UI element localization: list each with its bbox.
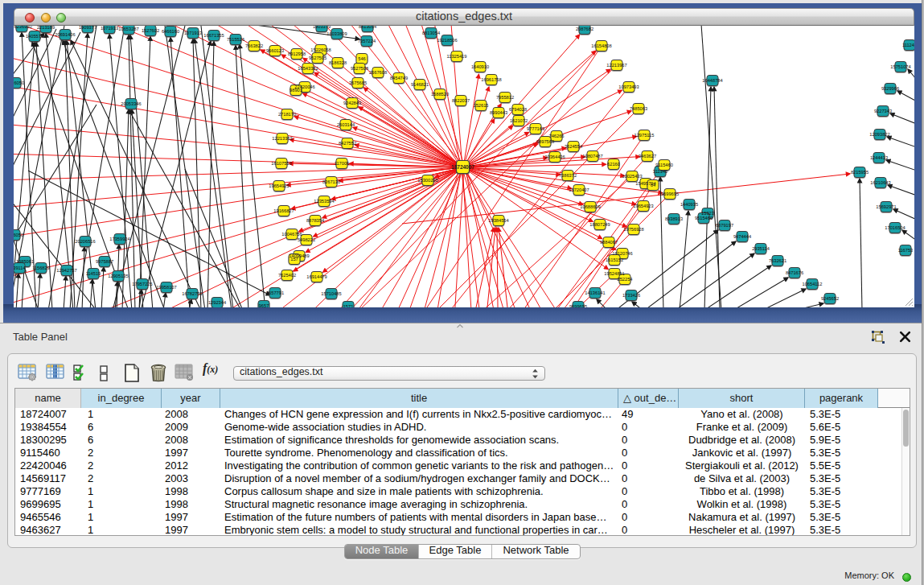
- svg-text:10046756: 10046756: [281, 232, 302, 237]
- svg-text:62160: 62160: [607, 162, 620, 167]
- svg-text:10654112: 10654112: [803, 282, 823, 286]
- svg-text:10688609: 10688609: [580, 204, 600, 209]
- svg-text:7663822: 7663822: [245, 43, 263, 48]
- svg-text:3675685: 3675685: [349, 80, 367, 85]
- svg-text:1156829: 1156829: [32, 266, 50, 270]
- svg-text:16120746: 16120746: [612, 251, 632, 256]
- svg-text:9699695: 9699695: [661, 192, 679, 196]
- svg-text:2667608: 2667608: [369, 70, 387, 75]
- svg-text:8813054: 8813054: [422, 31, 440, 35]
- svg-text:9242843: 9242843: [343, 101, 361, 105]
- svg-text:20364436: 20364436: [544, 154, 565, 159]
- svg-text:9660123: 9660123: [266, 48, 284, 53]
- svg-text:8938913: 8938913: [665, 216, 683, 221]
- svg-text:6794028: 6794028: [509, 107, 527, 112]
- svg-text:20206516: 20206516: [75, 239, 95, 244]
- svg-text:16210643: 16210643: [870, 180, 890, 185]
- svg-text:8990443: 8990443: [490, 110, 507, 115]
- svg-text:12942757: 12942757: [56, 268, 76, 273]
- svg-text:7625402: 7625402: [278, 273, 296, 278]
- svg-text:117006: 117006: [335, 161, 350, 166]
- svg-text:116753: 116753: [898, 248, 914, 253]
- svg-text:2213189: 2213189: [37, 26, 55, 30]
- svg-text:7632621: 7632621: [769, 258, 786, 263]
- svg-text:11325419: 11325419: [447, 54, 467, 59]
- svg-text:1640910: 1640910: [471, 64, 489, 69]
- svg-text:9884067: 9884067: [600, 240, 618, 245]
- svg-text:8186328: 8186328: [329, 60, 347, 65]
- svg-text:12093822: 12093822: [869, 132, 889, 137]
- svg-text:20691406: 20691406: [55, 32, 75, 37]
- svg-text:20053346: 20053346: [121, 101, 141, 106]
- svg-text:16033809: 16033809: [326, 31, 347, 36]
- svg-text:152615: 152615: [474, 103, 489, 108]
- svg-text:252254: 252254: [618, 277, 633, 282]
- svg-text:1244413: 1244413: [870, 155, 888, 160]
- svg-text:39114: 39114: [14, 266, 26, 270]
- svg-text:19524851: 19524851: [604, 271, 624, 276]
- svg-text:1621072: 1621072: [510, 118, 528, 123]
- svg-text:1588520: 1588520: [431, 92, 449, 97]
- svg-text:12975115: 12975115: [634, 133, 655, 138]
- svg-text:9463627: 9463627: [639, 154, 656, 159]
- svg-text:2935114: 2935114: [752, 246, 770, 251]
- svg-text:746266: 746266: [549, 134, 565, 138]
- svg-text:8878354: 8878354: [306, 218, 324, 223]
- svg-text:16236930: 16236930: [14, 26, 32, 29]
- svg-text:12213967: 12213967: [606, 63, 626, 68]
- svg-text:7357224: 7357224: [358, 39, 376, 43]
- svg-text:8215955: 8215955: [851, 170, 869, 175]
- svg-text:19384554: 19384554: [488, 218, 508, 223]
- svg-text:1085061: 1085061: [16, 259, 34, 264]
- svg-text:19958107: 19958107: [156, 285, 176, 290]
- svg-text:2087682: 2087682: [576, 27, 593, 31]
- svg-text:6879197: 6879197: [716, 223, 733, 228]
- svg-text:12213363: 12213363: [272, 136, 292, 141]
- svg-text:9657791: 9657791: [266, 290, 284, 295]
- svg-text:8471676: 8471676: [786, 270, 803, 275]
- svg-text:157: 157: [290, 257, 298, 262]
- svg-text:14136141: 14136141: [585, 290, 605, 295]
- svg-text:16671355: 16671355: [203, 33, 224, 38]
- svg-text:19218506: 19218506: [437, 38, 457, 43]
- svg-text:1071913: 1071913: [184, 31, 202, 35]
- svg-text:9527505: 9527505: [309, 56, 326, 60]
- svg-text:1615152: 1615152: [606, 257, 623, 262]
- svg-text:15751074: 15751074: [890, 64, 910, 69]
- svg-text:1903379: 1903379: [313, 26, 331, 29]
- svg-text:2616050: 2616050: [14, 80, 24, 85]
- svg-text:6466160: 6466160: [162, 29, 179, 34]
- svg-text:16543382: 16543382: [298, 66, 318, 71]
- svg-text:9329966: 9329966: [881, 86, 899, 91]
- svg-text:19166827: 19166827: [273, 208, 294, 213]
- svg-text:16154808: 16154808: [591, 43, 611, 48]
- svg-text:9115460: 9115460: [655, 163, 673, 167]
- svg-text:9515460: 9515460: [695, 216, 713, 220]
- svg-text:17359924: 17359924: [109, 237, 129, 241]
- svg-text:16782759: 16782759: [182, 291, 202, 296]
- svg-text:8267130: 8267130: [322, 179, 340, 184]
- svg-text:1405571: 1405571: [26, 34, 43, 39]
- svg-text:1909377: 1909377: [79, 26, 97, 30]
- svg-text:2616050: 2616050: [14, 233, 23, 237]
- svg-text:7386372: 7386372: [559, 173, 577, 178]
- svg-text:8454749: 8454749: [390, 76, 408, 80]
- svg-text:10025433: 10025433: [622, 174, 642, 179]
- svg-text:9146821: 9146821: [411, 82, 429, 87]
- svg-text:16107553: 16107553: [271, 161, 291, 166]
- svg-text:15226058: 15226058: [310, 47, 331, 52]
- svg-text:9657: 9657: [259, 303, 269, 307]
- svg-text:9474444: 9474444: [733, 234, 751, 239]
- svg-text:5498222: 5498222: [298, 237, 315, 242]
- svg-text:2603144: 2603144: [337, 122, 355, 127]
- svg-text:7955812: 7955812: [496, 95, 514, 100]
- svg-text:311340: 311340: [653, 169, 668, 174]
- svg-text:1527602: 1527602: [142, 28, 159, 33]
- svg-text:16961758: 16961758: [481, 77, 501, 82]
- svg-text:17957225: 17957225: [132, 282, 152, 286]
- svg-text:15300295: 15300295: [417, 178, 437, 183]
- svg-text:10807487: 10807487: [582, 154, 602, 159]
- svg-text:10653287: 10653287: [118, 27, 138, 31]
- svg-text:2718170: 2718170: [278, 112, 296, 117]
- svg-text:98901: 98901: [290, 88, 302, 93]
